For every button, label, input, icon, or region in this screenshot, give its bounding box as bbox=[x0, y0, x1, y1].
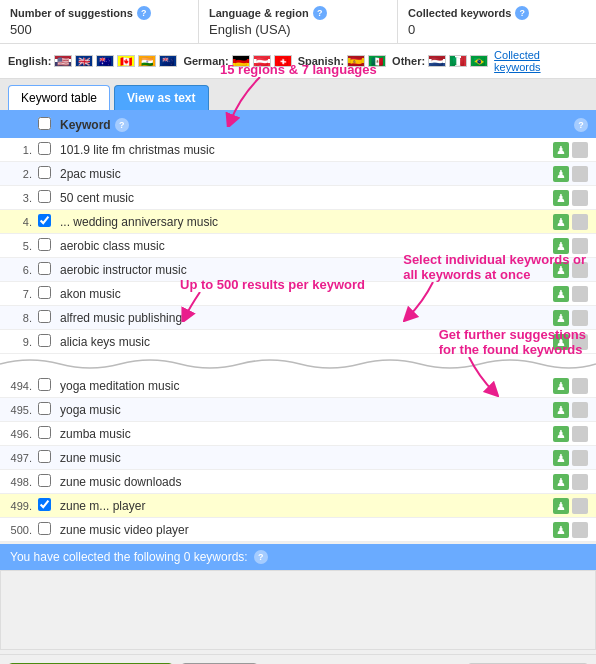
row-checkbox[interactable] bbox=[38, 522, 51, 535]
row-actions: ♟ bbox=[538, 190, 588, 206]
suggest-icon[interactable]: ♟ bbox=[553, 238, 569, 254]
flag-at[interactable]: 🇦🇹 bbox=[253, 55, 271, 67]
suggest-icon[interactable]: ♟ bbox=[553, 402, 569, 418]
row-checkbox-cell bbox=[38, 498, 60, 514]
table-row: 4.... wedding anniversary music♟ bbox=[0, 210, 596, 234]
row-checkbox[interactable] bbox=[38, 310, 51, 323]
suggest-icon[interactable]: ♟ bbox=[553, 142, 569, 158]
row-checkbox[interactable] bbox=[38, 498, 51, 511]
row-checkbox-cell bbox=[38, 214, 60, 230]
flag-ch[interactable]: 🇨🇭 bbox=[274, 55, 292, 67]
suggest-icon[interactable]: ♟ bbox=[553, 498, 569, 514]
row-checkbox[interactable] bbox=[38, 402, 51, 415]
row-keyword-text: zune music bbox=[60, 451, 538, 465]
collected-label-text: Collected keywords bbox=[408, 7, 511, 19]
row-keyword-text: 50 cent music bbox=[60, 191, 538, 205]
collect-icon[interactable] bbox=[572, 522, 588, 538]
collected-help-icon-2[interactable]: ? bbox=[254, 550, 268, 564]
suggest-icon[interactable]: ♟ bbox=[553, 190, 569, 206]
suggest-icon[interactable]: ♟ bbox=[553, 426, 569, 442]
row-checkbox[interactable] bbox=[38, 214, 51, 227]
collect-icon[interactable] bbox=[572, 142, 588, 158]
row-keyword-text: alicia keys music bbox=[60, 335, 538, 349]
collected-help-icon[interactable]: ? bbox=[515, 6, 529, 20]
flag-nl[interactable]: 🇳🇱 bbox=[428, 55, 446, 67]
row-actions: ♟ bbox=[538, 166, 588, 182]
suggest-icon[interactable]: ♟ bbox=[553, 334, 569, 350]
collect-icon[interactable] bbox=[572, 450, 588, 466]
row-number: 496. bbox=[8, 428, 38, 440]
suggest-icon[interactable]: ♟ bbox=[553, 450, 569, 466]
flag-gb[interactable]: 🇬🇧 bbox=[75, 55, 93, 67]
collect-icon[interactable] bbox=[572, 474, 588, 490]
row-checkbox[interactable] bbox=[38, 334, 51, 347]
row-number: 494. bbox=[8, 380, 38, 392]
row-actions: ♟ bbox=[538, 262, 588, 278]
suggest-icon[interactable]: ♟ bbox=[553, 286, 569, 302]
actions-help-icon[interactable]: ? bbox=[574, 118, 588, 132]
language-help-icon[interactable]: ? bbox=[313, 6, 327, 20]
suggest-icon[interactable]: ♟ bbox=[553, 522, 569, 538]
collect-icon[interactable] bbox=[572, 190, 588, 206]
row-checkbox[interactable] bbox=[38, 166, 51, 179]
flag-nz[interactable]: 🇳🇿 bbox=[159, 55, 177, 67]
row-number: 5. bbox=[8, 240, 38, 252]
keyword-header-label: Keyword bbox=[60, 118, 111, 132]
row-checkbox[interactable] bbox=[38, 450, 51, 463]
collected-bar: You have collected the following 0 keywo… bbox=[0, 544, 596, 570]
collect-icon[interactable] bbox=[572, 498, 588, 514]
wave-separator bbox=[0, 354, 596, 374]
collect-icon[interactable] bbox=[572, 262, 588, 278]
language-label: Language & region ? bbox=[209, 6, 387, 20]
flag-mx[interactable]: 🇲🇽 bbox=[368, 55, 386, 67]
tab-keyword-table[interactable]: Keyword table bbox=[8, 85, 110, 110]
flag-it[interactable]: 🇮🇹 bbox=[449, 55, 467, 67]
tab-view-as-text[interactable]: View as text bbox=[114, 85, 208, 110]
flag-br[interactable]: 🇧🇷 bbox=[470, 55, 488, 67]
row-number: 2. bbox=[8, 168, 38, 180]
table-row: 499.zune m... player♟ bbox=[0, 494, 596, 518]
collect-icon[interactable] bbox=[572, 402, 588, 418]
collected-keywords-link[interactable]: Collected keywords bbox=[494, 49, 588, 73]
suggest-icon[interactable]: ♟ bbox=[553, 474, 569, 490]
collect-icon[interactable] bbox=[572, 286, 588, 302]
collect-icon[interactable] bbox=[572, 166, 588, 182]
row-checkbox[interactable] bbox=[38, 262, 51, 275]
collect-icon[interactable] bbox=[572, 378, 588, 394]
collect-icon[interactable] bbox=[572, 426, 588, 442]
collect-icon[interactable] bbox=[572, 334, 588, 350]
row-actions: ♟ bbox=[538, 238, 588, 254]
row-checkbox-cell bbox=[38, 426, 60, 442]
flag-au[interactable]: 🇦🇺 bbox=[96, 55, 114, 67]
row-actions: ♟ bbox=[538, 310, 588, 326]
suggest-icon[interactable]: ♟ bbox=[553, 262, 569, 278]
row-checkbox[interactable] bbox=[38, 190, 51, 203]
flag-ca[interactable]: 🇨🇦 bbox=[117, 55, 135, 67]
keyword-help-icon[interactable]: ? bbox=[115, 118, 129, 132]
flag-es[interactable]: 🇪🇸 bbox=[347, 55, 365, 67]
suggestions-value: 500 bbox=[10, 22, 188, 37]
table-row: 1.101.9 lite fm christmas music♟ bbox=[0, 138, 596, 162]
suggest-icon[interactable]: ♟ bbox=[553, 214, 569, 230]
suggest-icon[interactable]: ♟ bbox=[553, 378, 569, 394]
row-number: 8. bbox=[8, 312, 38, 324]
suggest-icon[interactable]: ♟ bbox=[553, 166, 569, 182]
row-checkbox[interactable] bbox=[38, 426, 51, 439]
flag-in[interactable]: 🇮🇳 bbox=[138, 55, 156, 67]
suggestions-label-text: Number of suggestions bbox=[10, 7, 133, 19]
suggest-icon[interactable]: ♟ bbox=[553, 310, 569, 326]
select-all-checkbox[interactable] bbox=[38, 117, 51, 130]
suggestions-help-icon[interactable]: ? bbox=[137, 6, 151, 20]
collect-icon[interactable] bbox=[572, 214, 588, 230]
row-checkbox[interactable] bbox=[38, 286, 51, 299]
collect-icon[interactable] bbox=[572, 238, 588, 254]
row-checkbox[interactable] bbox=[38, 238, 51, 251]
collect-icon[interactable] bbox=[572, 310, 588, 326]
row-checkbox[interactable] bbox=[38, 378, 51, 391]
row-checkbox[interactable] bbox=[38, 142, 51, 155]
german-group: German: 🇩🇪 🇦🇹 🇨🇭 bbox=[183, 55, 291, 67]
row-checkbox[interactable] bbox=[38, 474, 51, 487]
flag-de[interactable]: 🇩🇪 bbox=[232, 55, 250, 67]
flag-us[interactable]: 🇺🇸 bbox=[54, 55, 72, 67]
language-value: English (USA) bbox=[209, 22, 387, 37]
